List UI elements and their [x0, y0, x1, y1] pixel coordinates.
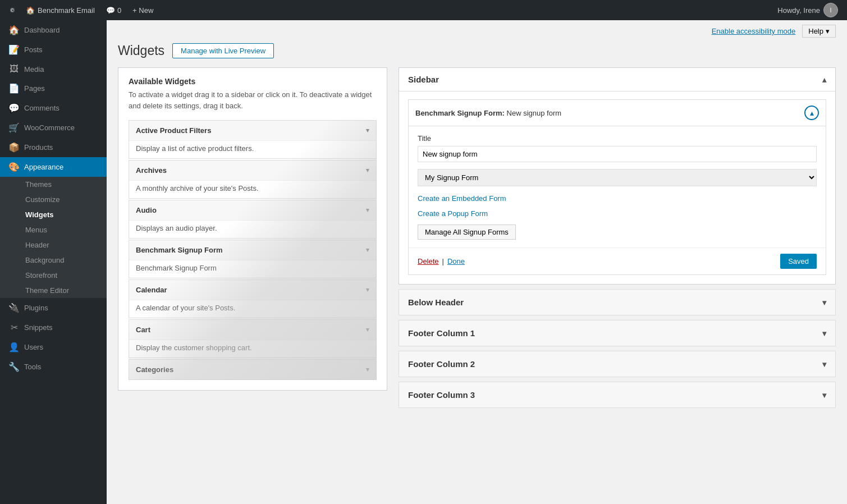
widget-row-header[interactable]: Active Product Filters ▾	[129, 121, 376, 140]
sidebar-item-widgets[interactable]: Widgets	[0, 207, 107, 222]
manage-live-preview-button[interactable]: Manage with Live Preview	[172, 43, 274, 58]
collapse-button[interactable]: ▴	[804, 106, 819, 120]
comments-icon: 💬	[8, 103, 20, 113]
widget-row-cart[interactable]: Cart ▾ Display the customer shopping car…	[129, 319, 377, 358]
widget-row-categories[interactable]: Categories ▾	[129, 359, 377, 380]
widget-row-benchmark-signup[interactable]: Benchmark Signup Form ▾ Benchmark Signup…	[129, 240, 377, 278]
admin-bar: 🏠 Benchmark Email 💬 0 + New Howdy, Irene…	[0, 0, 847, 20]
delete-widget-link[interactable]: Delete	[418, 257, 439, 265]
widget-row-header[interactable]: Archives ▾	[129, 161, 376, 180]
adminbar-new[interactable]: + New	[127, 0, 159, 20]
sidebar-item-plugins[interactable]: 🔌 Plugins	[0, 298, 107, 318]
widget-row-archives[interactable]: Archives ▾ A monthly archive of your sit…	[129, 160, 377, 199]
plugins-icon: 🔌	[8, 303, 20, 313]
widget-form-area: Benchmark Signup Form: New signup form ▴…	[399, 91, 835, 284]
appearance-submenu: Themes Customize Widgets Menus Header Ba…	[0, 177, 107, 298]
chevron-down-icon: ▾	[822, 329, 826, 338]
footer-column-2-panel[interactable]: Footer Column 2 ▾	[399, 351, 836, 377]
posts-icon: 📝	[8, 44, 20, 55]
sidebar-item-snippets[interactable]: ✂ Snippets	[0, 318, 107, 337]
form-footer: Delete | Done Saved	[409, 248, 826, 274]
sidebar-item-themes[interactable]: Themes	[0, 177, 107, 192]
sidebar-item-menus[interactable]: Menus	[0, 222, 107, 237]
page-title: Widgets	[118, 43, 164, 58]
widget-list: Active Product Filters ▾ Display a list …	[129, 120, 377, 380]
sidebar-item-media[interactable]: 🖼 Media	[0, 59, 107, 79]
wp-logo[interactable]	[4, 0, 20, 20]
dashboard-icon: 🏠	[8, 25, 20, 35]
saved-button[interactable]: Saved	[780, 254, 817, 269]
create-embedded-form-link[interactable]: Create an Embedded Form	[418, 194, 817, 203]
available-widgets-desc: To activate a widget drag it to a sideba…	[129, 89, 377, 111]
adminbar-comments[interactable]: 💬 0	[100, 0, 127, 20]
widgets-layout: Available Widgets To activate a widget d…	[118, 67, 836, 413]
chevron-down-icon: ▾	[822, 360, 826, 369]
adminbar-site[interactable]: 🏠 Benchmark Email	[20, 0, 100, 20]
widget-row-active-product-filters[interactable]: Active Product Filters ▾ Display a list …	[129, 120, 377, 159]
appearance-icon: 🎨	[8, 162, 20, 172]
chevron-down-icon: ▾	[366, 326, 369, 333]
widget-row-calendar[interactable]: Calendar ▾ A calendar of your site's Pos…	[129, 280, 377, 318]
sidebar-item-appearance[interactable]: 🎨 Appearance	[0, 157, 107, 177]
chevron-down-icon: ▾	[822, 298, 826, 307]
form-select[interactable]: My Signup Form	[418, 169, 817, 186]
sidebar-item-theme-editor[interactable]: Theme Editor	[0, 283, 107, 298]
widget-desc: Display the customer shopping cart.	[129, 340, 376, 358]
chevron-down-icon: ▾	[366, 127, 369, 134]
help-button[interactable]: Help ▾	[802, 25, 836, 38]
chevron-down-icon: ▾	[366, 167, 369, 174]
sidebar-item-tools[interactable]: 🔧 Tools	[0, 357, 107, 377]
title-label: Title	[418, 134, 817, 143]
chevron-down-icon: ▾	[366, 366, 369, 373]
sidebar-item-woocommerce[interactable]: 🛒 WooCommerce	[0, 118, 107, 138]
adminbar-howdy: Howdy, Irene I	[773, 0, 843, 20]
sidebar-item-users[interactable]: 👤 Users	[0, 337, 107, 357]
widget-form-inner: Benchmark Signup Form: New signup form ▴…	[408, 99, 826, 275]
page-wrap: Widgets Manage with Live Preview Availab…	[107, 38, 847, 424]
sidebar-widget-panel: Sidebar ▴ Benchmark Signup Form: New sig…	[399, 67, 836, 285]
widget-row-audio[interactable]: Audio ▾ Displays an audio player.	[129, 200, 377, 239]
chevron-up-icon: ▴	[822, 75, 826, 84]
sidebar-panel-header[interactable]: Sidebar ▴	[399, 68, 835, 91]
sidebar-item-header[interactable]: Header	[0, 237, 107, 253]
pages-icon: 📄	[8, 83, 20, 94]
create-popup-form-link[interactable]: Create a Popup Form	[418, 209, 817, 218]
sidebar-item-background[interactable]: Background	[0, 253, 107, 268]
widget-row-header[interactable]: Benchmark Signup Form ▾	[129, 240, 376, 260]
form-header: Benchmark Signup Form: New signup form ▴	[409, 100, 826, 126]
users-icon: 👤	[8, 342, 20, 352]
page-header: Widgets Manage with Live Preview	[118, 43, 836, 58]
sidebar-item-pages[interactable]: 📄 Pages	[0, 79, 107, 98]
tools-icon: 🔧	[8, 361, 20, 372]
done-link[interactable]: Done	[447, 257, 465, 265]
sidebar-item-comments[interactable]: 💬 Comments	[0, 98, 107, 118]
sidebar-item-products[interactable]: 📦 Products	[0, 138, 107, 157]
widget-desc: Displays an audio player.	[129, 220, 376, 238]
available-widgets-title: Available Widgets	[129, 77, 377, 86]
footer-column-3-panel[interactable]: Footer Column 3 ▾	[399, 382, 836, 408]
chevron-down-icon: ▾	[366, 286, 369, 294]
sidebar-item-posts[interactable]: 📝 Posts	[0, 40, 107, 59]
sidebar-item-customize[interactable]: Customize	[0, 192, 107, 207]
accessibility-mode-link[interactable]: Enable accessibility mode	[712, 27, 796, 35]
widget-row-header[interactable]: Calendar ▾	[129, 280, 376, 300]
avatar: I	[823, 3, 838, 17]
title-input[interactable]	[418, 146, 817, 162]
top-bar: Enable accessibility mode Help ▾	[107, 20, 847, 38]
snippets-icon: ✂	[8, 322, 20, 333]
sidebar-item-storefront[interactable]: Storefront	[0, 268, 107, 283]
widget-row-header[interactable]: Cart ▾	[129, 320, 376, 340]
manage-all-signup-forms-button[interactable]: Manage All Signup Forms	[418, 224, 516, 240]
products-icon: 📦	[8, 142, 20, 153]
widget-desc: A monthly archive of your site's Posts.	[129, 180, 376, 198]
below-header-panel[interactable]: Below Header ▾	[399, 289, 836, 315]
sidebar-item-dashboard[interactable]: 🏠 Dashboard	[0, 20, 107, 40]
chevron-down-icon: ▾	[822, 391, 826, 400]
widget-row-header[interactable]: Audio ▾	[129, 200, 376, 220]
widget-desc: A calendar of your site's Posts.	[129, 300, 376, 318]
widget-areas: Sidebar ▴ Benchmark Signup Form: New sig…	[399, 67, 836, 413]
footer-column-1-panel[interactable]: Footer Column 1 ▾	[399, 320, 836, 346]
media-icon: 🖼	[8, 64, 20, 74]
widget-row-header[interactable]: Categories ▾	[129, 360, 376, 379]
form-header-title: Benchmark Signup Form: New signup form	[415, 109, 561, 117]
